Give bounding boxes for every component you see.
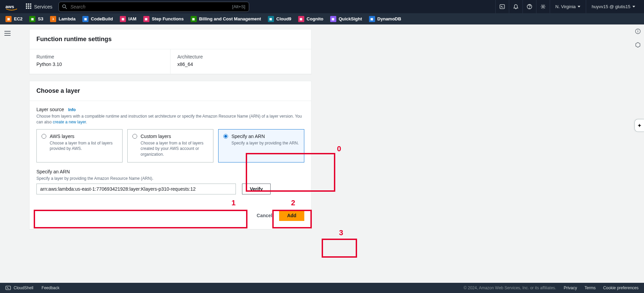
- cloudshell-icon-button[interactable]: [495, 0, 509, 13]
- service-label: Lambda: [59, 16, 76, 21]
- sidebar-toggle[interactable]: [3, 29, 12, 38]
- services-menu-button[interactable]: Services: [22, 1, 56, 13]
- service-link-billing[interactable]: ▣Billing and Cost Management: [191, 16, 261, 22]
- option-custom-layers[interactable]: Custom layers Choose a layer from a list…: [127, 129, 213, 162]
- caret-down-icon: [632, 6, 635, 7]
- annotation-box-3: [322, 239, 357, 258]
- preferences-toggle[interactable]: [632, 38, 644, 52]
- service-label: QuickSight: [339, 16, 362, 21]
- service-link-cloud9[interactable]: ▣Cloud9: [268, 16, 291, 22]
- verify-button[interactable]: Verify: [242, 184, 271, 194]
- search-icon: [62, 4, 67, 9]
- global-search[interactable]: [Alt+S]: [59, 2, 249, 12]
- runtime-settings-panel: Function runtime settings Runtime Python…: [29, 29, 311, 74]
- ec2-icon: ▣: [5, 16, 12, 22]
- option-aws-layers[interactable]: AWS layers Choose a layer from a list of…: [36, 129, 123, 162]
- svg-rect-7: [26, 7, 27, 9]
- svg-point-10: [63, 4, 66, 7]
- feedback-link[interactable]: Feedback: [42, 286, 60, 290]
- service-shortcuts-bar: ▣EC2 ▣S3 λLambda ▣CodeBuild ▣IAM ▣Step F…: [0, 13, 644, 24]
- runtime-label: Runtime: [36, 54, 163, 59]
- runtime-value: Python 3.10: [36, 62, 163, 67]
- account-menu[interactable]: huyvv15 @ glutis15: [586, 0, 641, 13]
- svg-rect-9: [30, 7, 31, 9]
- cloudshell-button[interactable]: CloudShell: [5, 286, 33, 290]
- svg-line-11: [65, 7, 66, 8]
- service-link-s3[interactable]: ▣S3: [29, 16, 43, 22]
- service-link-iam[interactable]: ▣IAM: [120, 16, 136, 22]
- amazon-q-toggle[interactable]: ✦: [634, 119, 644, 132]
- footer: CloudShell Feedback © 2024, Amazon Web S…: [0, 283, 644, 293]
- privacy-link[interactable]: Privacy: [564, 286, 577, 290]
- option-title: Specify an ARN: [231, 134, 265, 139]
- layer-source-options: AWS layers Choose a layer from a list of…: [36, 129, 304, 162]
- lambda-icon: λ: [50, 16, 56, 22]
- search-shortcut: [Alt+S]: [232, 4, 245, 9]
- service-label: Billing and Cost Management: [199, 16, 261, 21]
- create-layer-link[interactable]: create a new layer: [53, 120, 86, 124]
- service-label: Step Functions: [152, 16, 184, 21]
- codebuild-icon: ▣: [82, 16, 88, 22]
- svg-point-22: [638, 30, 638, 30]
- search-input[interactable]: [70, 4, 232, 10]
- terms-link[interactable]: Terms: [584, 286, 596, 290]
- settings-icon-button[interactable]: [536, 0, 550, 13]
- service-link-cognito[interactable]: ▣Cognito: [298, 16, 323, 22]
- layer-source-help: Choose from layers with a compatible run…: [36, 114, 304, 125]
- dynamodb-icon: ▣: [369, 16, 375, 22]
- service-link-quicksight[interactable]: ▣QuickSight: [330, 16, 362, 22]
- svg-rect-4: [26, 5, 27, 7]
- svg-point-15: [529, 8, 530, 8]
- svg-rect-2: [28, 3, 29, 5]
- annotation-label-3: 3: [339, 228, 343, 237]
- radio-icon: [42, 134, 46, 139]
- action-row: Cancel Add: [36, 210, 304, 221]
- service-link-lambda[interactable]: λLambda: [50, 16, 76, 22]
- caret-down-icon: [578, 6, 580, 7]
- option-title: AWS layers: [50, 134, 75, 139]
- help-text-post: .: [86, 120, 87, 124]
- billing-icon: ▣: [191, 16, 197, 22]
- top-navbar: aws Services [Alt+S] N. Virginia huyvv15…: [0, 0, 644, 13]
- radio-icon: [132, 134, 137, 139]
- notifications-icon-button[interactable]: [509, 0, 522, 13]
- architecture-value: x86_64: [177, 62, 304, 67]
- main-content: Function runtime settings Runtime Python…: [17, 24, 311, 229]
- arn-section: Specify an ARN Specify a layer by provid…: [36, 169, 304, 194]
- svg-rect-8: [28, 7, 29, 9]
- svg-marker-23: [636, 42, 640, 47]
- region-selector[interactable]: N. Virginia: [550, 0, 586, 13]
- svg-rect-5: [28, 5, 29, 7]
- s3-icon: ▣: [29, 16, 35, 22]
- svg-text:aws: aws: [5, 4, 14, 9]
- service-link-dynamodb[interactable]: ▣DynamoDB: [369, 16, 401, 22]
- info-link[interactable]: Info: [68, 107, 76, 112]
- service-label: Cognito: [307, 16, 323, 21]
- layer-source-label: Layer source: [36, 107, 64, 112]
- add-button[interactable]: Add: [279, 210, 304, 221]
- architecture-label: Architecture: [177, 54, 304, 59]
- panel-title: Function runtime settings: [36, 36, 304, 43]
- service-label: Cloud9: [276, 16, 291, 21]
- cookie-link[interactable]: Cookie preferences: [603, 286, 639, 290]
- copyright: © 2024, Amazon Web Services, Inc. or its…: [464, 286, 556, 290]
- svg-rect-1: [26, 3, 27, 5]
- help-icon-button[interactable]: [522, 0, 536, 13]
- option-specify-arn[interactable]: Specify an ARN Specify a layer by provid…: [218, 129, 304, 162]
- option-title: Custom layers: [141, 134, 171, 139]
- arn-input[interactable]: [36, 184, 236, 194]
- service-link-codebuild[interactable]: ▣CodeBuild: [82, 16, 113, 22]
- panel-title: Choose a layer: [36, 87, 304, 94]
- cancel-button[interactable]: Cancel: [257, 213, 272, 218]
- arn-label: Specify an ARN: [36, 169, 70, 174]
- aws-logo: aws: [5, 3, 18, 11]
- choose-layer-panel: Choose a layer Layer source Info Choose …: [29, 81, 311, 229]
- cognito-icon: ▣: [298, 16, 304, 22]
- radio-icon: [223, 134, 228, 139]
- service-link-ec2[interactable]: ▣EC2: [5, 16, 22, 22]
- service-link-stepfunctions[interactable]: ▣Step Functions: [143, 16, 184, 22]
- info-panel-toggle[interactable]: [632, 24, 644, 38]
- runtime-grid: Runtime Python 3.10 Architecture x86_64: [30, 49, 311, 74]
- user-label: huyvv15 @ glutis15: [592, 4, 630, 9]
- grid-icon: [26, 3, 31, 10]
